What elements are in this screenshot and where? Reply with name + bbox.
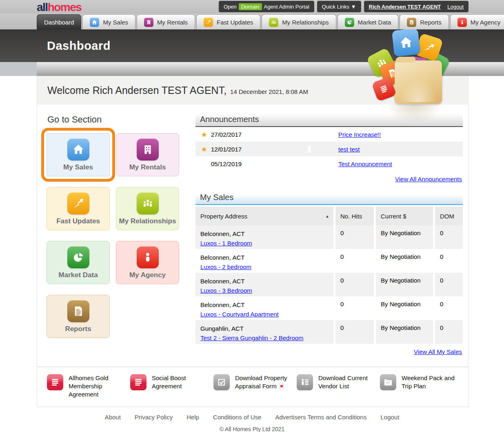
view-all-announcements-link[interactable]: View All Announcements <box>395 176 462 183</box>
footer-link-conditions-of-use[interactable]: Conditions of Use <box>213 414 261 421</box>
tile-my-rentals[interactable]: My Rentals <box>116 133 179 176</box>
lightning-icon <box>204 18 213 27</box>
tab-my-agency[interactable]: My Agency <box>450 14 504 29</box>
star-icon: ★ <box>201 146 207 153</box>
doc-label: Weekend Pack and Trip Plan <box>402 374 463 399</box>
pie-chart-icon <box>345 18 354 27</box>
listing-link[interactable]: Luxos - 2 bedroom <box>200 262 251 272</box>
footer-link-about[interactable]: About <box>105 414 121 421</box>
no-hits-value: 0 <box>333 249 374 273</box>
column-header-current[interactable]: Current $ <box>374 207 433 225</box>
tile-my-agency[interactable]: My Agency <box>116 241 179 284</box>
doc-link-gold-membership-agreement[interactable]: Allhomes Gold Membership Agreement <box>47 374 130 399</box>
footer-link-help[interactable]: Help <box>187 414 199 421</box>
announcement-date: 27/02/2017 <box>211 131 308 138</box>
folder-icon <box>395 60 442 104</box>
person-icon <box>457 18 467 27</box>
announcement-link[interactable]: Test Announcement <box>338 160 392 167</box>
building-icon <box>144 18 153 27</box>
tab-label: Dashboard <box>44 19 74 26</box>
open-domain-portal-button[interactable]: Open Domain Agent Admin Portal <box>219 1 314 12</box>
column-header-no-hits[interactable]: No. Hits <box>333 207 374 225</box>
listing-link[interactable]: Luxos - Courtyard Apartment <box>200 310 279 319</box>
tab-label: My Rentals <box>157 19 188 26</box>
tile-fast-updates[interactable]: Fast Updates <box>47 187 110 230</box>
table-header-row: Property Address ▲ No. Hits Current $ DO… <box>195 207 463 225</box>
tile-label: My Sales <box>63 163 93 171</box>
dom-value: 0 <box>433 320 463 344</box>
tab-label: Fast Updates <box>217 19 253 26</box>
table-row: Belconnen, ACT Luxos - 1 Bedroom 0 By Ne… <box>195 225 463 249</box>
tile-market-data[interactable]: Market Data <box>47 241 110 284</box>
tab-fast-updates[interactable]: Fast Updates <box>196 14 260 29</box>
doc-link-weekend-pack[interactable]: Weekend Pack and Trip Plan <box>380 374 463 399</box>
column-header-dom[interactable]: DOM <box>433 207 463 225</box>
pie-chart-icon <box>67 246 89 268</box>
doc-link-current-vendor-list[interactable]: Download Current Vendor List <box>297 374 380 399</box>
tile-my-sales[interactable]: My Sales <box>47 133 110 176</box>
go-to-section: Go to Section My Sales My Rentals Fas <box>37 114 195 361</box>
tile-label: My Agency <box>129 271 166 279</box>
column-header-property-address[interactable]: Property Address ▲ <box>195 207 333 225</box>
tab-label: My Sales <box>103 19 128 26</box>
announcement-link[interactable]: test test <box>338 146 360 153</box>
logo-all: all <box>37 1 48 13</box>
star-icon: ★ <box>201 131 207 138</box>
doc-link-property-appraisal-form[interactable]: Download Property Appraisal Form <box>213 374 297 399</box>
main-nav-tabs: Dashboard My Sales My Rentals Fast Updat… <box>0 13 504 29</box>
current-price-value: By Negotiation <box>374 225 433 249</box>
footer-link-privacy-policy[interactable]: Privacy Policy <box>135 414 173 421</box>
dom-value: 0 <box>433 296 463 320</box>
welcome-greeting: Welcome Rich Andersen TEST AGENT, <box>47 85 226 96</box>
announcement-date: 12/01/2017 <box>211 146 308 153</box>
quick-documents: Allhomes Gold Membership Agreement Socia… <box>37 367 468 407</box>
person-icon <box>137 246 159 268</box>
current-price-value: By Negotiation <box>374 273 433 296</box>
announcement-row: ★ 12/01/2017 test test <box>195 142 463 156</box>
property-suburb: Belconnen, ACT <box>200 276 244 286</box>
current-price-value: By Negotiation <box>374 249 433 273</box>
tab-my-relationships[interactable]: My Relationships <box>262 14 336 29</box>
logo-homes: homes <box>48 1 82 13</box>
tile-reports[interactable]: Reports <box>47 295 110 338</box>
doc-label: Download Property Appraisal Form <box>235 374 297 399</box>
portal-label-post: Agent Admin Portal <box>264 4 309 10</box>
footer-link-advertisers-terms[interactable]: Advertisers Terms and Conditions <box>275 414 366 421</box>
tab-reports[interactable]: Reports <box>400 14 449 29</box>
tab-my-sales[interactable]: My Sales <box>82 14 135 29</box>
announcement-link[interactable]: Price Increase!! <box>338 131 381 138</box>
sort-ascending-icon: ▲ <box>325 214 329 218</box>
allhomes-logo[interactable]: allhomes <box>37 1 81 14</box>
doc-label: Allhomes Gold Membership Agreement <box>69 374 130 399</box>
table-row: Belconnen, ACT Luxos - Courtyard Apartme… <box>195 296 463 320</box>
tab-market-data[interactable]: Market Data <box>337 14 399 29</box>
property-suburb: Belconnen, ACT <box>200 229 244 238</box>
listing-link[interactable]: Test 2 - Sierra Gungahlin - 2 Bedroom <box>200 333 304 343</box>
user-name-link[interactable]: Rich Andersen TEST AGENT <box>369 4 441 10</box>
listing-link[interactable]: Luxos - 3 Bedroom <box>200 286 252 295</box>
document-icon <box>67 300 89 322</box>
logout-link[interactable]: Logout <box>447 4 464 10</box>
tile-label: My Rentals <box>129 163 166 171</box>
footer: About Privacy Policy Help Conditions of … <box>0 407 504 432</box>
house-card-icon <box>392 28 420 57</box>
doc-link-social-boost-agreement[interactable]: Social Boost Agreement <box>130 374 213 399</box>
tab-my-rentals[interactable]: My Rentals <box>137 14 195 29</box>
doc-label: Social Boost Agreement <box>152 374 213 399</box>
tab-dashboard[interactable]: Dashboard <box>37 14 81 29</box>
tab-label: My Agency <box>471 19 500 26</box>
agreement-icon <box>47 374 63 390</box>
tile-my-relationships[interactable]: My Relationships <box>116 187 179 230</box>
announcement-row: ★ 27/02/2017 Price Increase!! <box>195 127 463 142</box>
quick-links-dropdown[interactable]: Quick Links ▼ <box>317 1 361 12</box>
table-row: Belconnen, ACT Luxos - 2 bedroom 0 By Ne… <box>195 249 463 273</box>
tile-label: Fast Updates <box>56 217 100 225</box>
view-all-my-sales-link[interactable]: View All My Sales <box>414 348 462 355</box>
tab-label: Market Data <box>358 19 391 26</box>
people-icon <box>137 192 159 214</box>
table-row: Gungahlin, ACT Test 2 - Sierra Gungahlin… <box>195 320 463 344</box>
listing-link[interactable]: Luxos - 1 Bedroom <box>200 238 252 248</box>
footer-link-logout[interactable]: Logout <box>380 414 399 421</box>
announcements-title: Announcements <box>200 115 259 124</box>
dom-value: 0 <box>433 249 463 273</box>
